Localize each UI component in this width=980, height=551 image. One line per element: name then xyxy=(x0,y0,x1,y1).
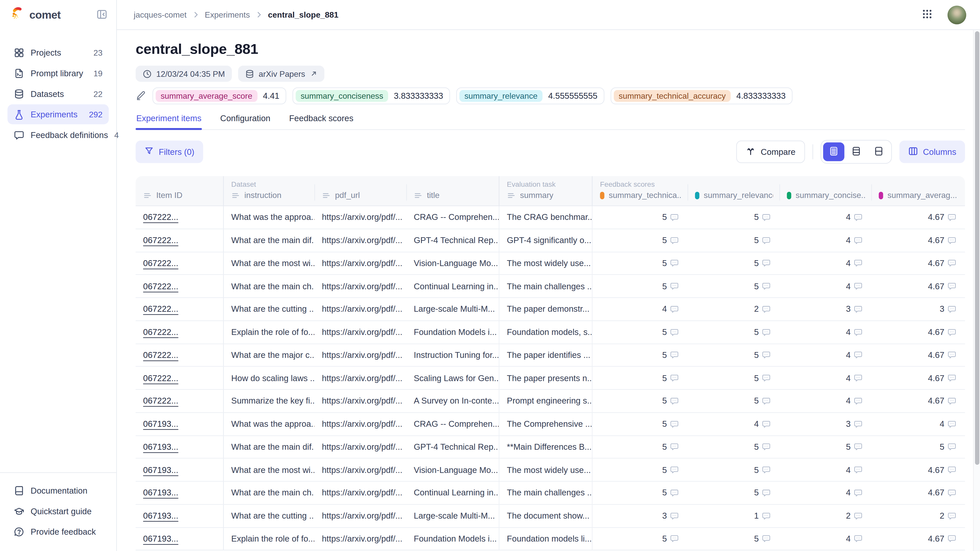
sidebar-item-projects[interactable]: Projects23 xyxy=(7,43,109,62)
column-header-item-id[interactable]: Item ID xyxy=(135,176,223,206)
cell-instruction: What are the cutting ... xyxy=(223,298,314,321)
score-chip-value: 4.41 xyxy=(263,91,279,101)
column-header-summary-relevance[interactable]: summary_relevance xyxy=(687,176,780,206)
item-id-link[interactable]: 067193... xyxy=(143,465,178,475)
columns-button[interactable]: Columns xyxy=(899,141,965,163)
comment-icon xyxy=(670,282,679,291)
column-header-summary[interactable]: Evaluation tasksummary xyxy=(499,176,592,206)
item-id-link[interactable]: 067222... xyxy=(143,259,178,268)
score-value-wrap: 5 xyxy=(754,351,771,360)
item-id-link[interactable]: 067193... xyxy=(143,442,178,452)
vertical-scrollbar[interactable] xyxy=(975,31,979,465)
filters-button[interactable]: Filters (0) xyxy=(135,141,203,163)
item-id-link[interactable]: 067193... xyxy=(143,534,178,544)
score-value: 5 xyxy=(662,488,667,498)
item-id-link[interactable]: 067193... xyxy=(143,511,178,521)
table-row[interactable]: 067222...What are the main ch...https://… xyxy=(135,275,965,298)
sidebar-item-count: 22 xyxy=(94,89,102,98)
score-value-wrap: 3 xyxy=(662,511,679,521)
item-id-link[interactable]: 067222... xyxy=(143,373,178,383)
row-height-large-button[interactable] xyxy=(868,142,889,161)
comment-icon xyxy=(948,443,956,451)
column-header-title[interactable]: title xyxy=(406,176,499,206)
score-value-wrap: 4 xyxy=(846,488,862,498)
table-row[interactable]: 067193...What are the cutting ...https:/… xyxy=(135,505,965,527)
item-id-link[interactable]: 067193... xyxy=(143,488,178,498)
cell-score-summary-relevance: 1 xyxy=(687,505,780,527)
item-id-link[interactable]: 067222... xyxy=(143,282,178,291)
compare-label: Compare xyxy=(761,147,795,157)
cell-score-summary-concise: 4 xyxy=(780,229,871,251)
sidebar-item-datasets[interactable]: Datasets22 xyxy=(7,84,109,103)
score-value-wrap: 5 xyxy=(662,534,679,544)
row-height-medium-button[interactable] xyxy=(845,142,867,161)
column-header-label: summary_averag... xyxy=(888,191,957,200)
sidebar-item-experiments[interactable]: Experiments292 xyxy=(7,104,109,124)
user-avatar[interactable] xyxy=(948,5,966,24)
table-row[interactable]: 067193...What are the main ch...https://… xyxy=(135,482,965,505)
cell-score-summary-concise: 4 xyxy=(780,390,871,412)
sidebar-footer-documentation[interactable]: Documentation xyxy=(7,480,109,500)
table-row[interactable]: 067222...What are the most wi...https://… xyxy=(135,252,965,275)
item-id-link[interactable]: 067222... xyxy=(143,351,178,360)
cell-score-summary-concise: 4 xyxy=(780,527,871,550)
breadcrumb-item-experiments[interactable]: Experiments xyxy=(205,10,250,19)
compare-button[interactable]: Compare xyxy=(736,141,805,163)
apps-menu-button[interactable] xyxy=(922,8,932,21)
table-row[interactable]: 067222...How do scaling laws ...https://… xyxy=(135,367,965,390)
tab-feedback-scores[interactable]: Feedback scores xyxy=(288,113,354,129)
sidebar-item-prompt-library[interactable]: Prompt library19 xyxy=(7,63,109,83)
edit-scores-button[interactable] xyxy=(135,89,146,102)
dataset-chip[interactable]: arXiv Papers xyxy=(238,65,325,82)
cell-score-summary-concise: 4 xyxy=(780,344,871,366)
comet-logo[interactable]: comet xyxy=(10,6,60,24)
table-row[interactable]: 067193...What are the main dif...https:/… xyxy=(135,436,965,459)
cell-score-summary-relevance: 4 xyxy=(687,413,780,435)
vertical-scrollbar-track xyxy=(973,30,980,551)
score-value-wrap: 4 xyxy=(846,282,862,291)
tab-configuration[interactable]: Configuration xyxy=(220,113,271,129)
column-header-instruction[interactable]: Datasetinstruction xyxy=(223,176,314,206)
column-header-summary-technica[interactable]: Feedback scoressummary_technica... xyxy=(592,176,687,206)
row-height-small-button[interactable] xyxy=(823,142,844,161)
table-row[interactable]: 067193...Explain the role of fo...https:… xyxy=(135,527,965,551)
table-row[interactable]: 067222...What are the main dif...https:/… xyxy=(135,229,965,252)
breadcrumb-item-jacques-comet[interactable]: jacques-comet xyxy=(134,10,186,19)
item-id-link[interactable]: 067222... xyxy=(143,236,178,245)
item-id-link[interactable]: 067193... xyxy=(143,419,178,429)
column-header-summary-concise[interactable]: summary_concise... xyxy=(780,176,871,206)
cell-score-summary-averag: 4 xyxy=(871,413,965,435)
score-value-wrap: 5 xyxy=(662,327,679,337)
sidebar-footer-quickstart-guide[interactable]: Quickstart guide xyxy=(7,501,109,521)
column-header-summary-averag[interactable]: summary_averag... xyxy=(871,176,965,206)
comment-icon xyxy=(854,489,862,497)
item-id-link[interactable]: 067222... xyxy=(143,327,178,337)
table-row[interactable]: 067222...Summarize the key fi...https://… xyxy=(135,390,965,413)
score-value: 5 xyxy=(662,396,667,406)
table-row[interactable]: 067222...Explain the role of fo...https:… xyxy=(135,321,965,344)
tab-experiment-items[interactable]: Experiment items xyxy=(135,113,202,129)
score-value: 5 xyxy=(754,534,759,544)
column-header-pdf-url[interactable]: pdf_url xyxy=(314,176,406,206)
table-row[interactable]: 067222...What was the approa...https://a… xyxy=(135,206,965,229)
table-row[interactable]: 067193...What was the approa...https://a… xyxy=(135,413,965,436)
score-value-wrap: 4.67 xyxy=(928,236,956,245)
experiment-items-table: Item IDDatasetinstructionpdf_urltitleEva… xyxy=(135,176,965,551)
cell-summary: Foundation models li... xyxy=(499,527,592,550)
score-value: 1 xyxy=(754,511,759,521)
table-row[interactable]: 067222...What are the cutting ...https:/… xyxy=(135,298,965,321)
score-value: 5 xyxy=(662,351,667,360)
table-row[interactable]: 067222...What are the major c...https://… xyxy=(135,344,965,367)
sidebar-collapse-button[interactable] xyxy=(96,8,107,21)
sidebar-item-count: 19 xyxy=(94,68,102,78)
table-row[interactable]: 067193...What are the most wi...https://… xyxy=(135,459,965,482)
item-id-link[interactable]: 067222... xyxy=(143,305,178,314)
cell-score-summary-concise: 2 xyxy=(780,505,871,527)
page-title: central_slope_881 xyxy=(135,41,965,57)
cell-summary: The paper demonstr... xyxy=(499,298,592,321)
item-id-link[interactable]: 067222... xyxy=(143,213,178,222)
item-id-link[interactable]: 067222... xyxy=(143,396,178,406)
sidebar-item-feedback-definitions[interactable]: Feedback definitions4 xyxy=(7,125,109,145)
score-value-wrap: 2 xyxy=(754,305,771,314)
sidebar-footer-provide-feedback[interactable]: Provide feedback xyxy=(7,522,109,541)
